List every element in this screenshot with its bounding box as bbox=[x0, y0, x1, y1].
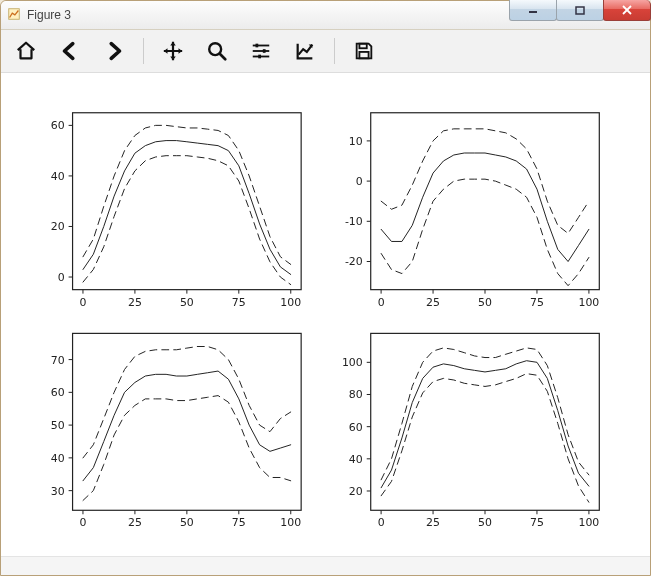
zoom-button[interactable] bbox=[198, 34, 236, 68]
svg-text:25: 25 bbox=[426, 296, 440, 309]
svg-rect-13 bbox=[359, 44, 366, 49]
chart-icon bbox=[294, 40, 316, 62]
svg-text:50: 50 bbox=[180, 296, 194, 309]
svg-rect-14 bbox=[359, 52, 368, 58]
svg-text:0: 0 bbox=[79, 296, 86, 309]
svg-text:30: 30 bbox=[51, 485, 65, 498]
svg-text:60: 60 bbox=[51, 386, 65, 399]
svg-text:25: 25 bbox=[426, 516, 440, 529]
close-icon bbox=[622, 5, 632, 15]
back-button[interactable] bbox=[51, 34, 89, 68]
svg-text:50: 50 bbox=[51, 419, 65, 432]
svg-text:75: 75 bbox=[232, 516, 246, 529]
home-icon bbox=[15, 40, 37, 62]
svg-text:40: 40 bbox=[349, 453, 363, 466]
svg-text:50: 50 bbox=[478, 296, 492, 309]
matplotlib-toolbar bbox=[1, 30, 650, 73]
app-icon bbox=[7, 7, 21, 21]
titlebar[interactable]: Figure 3 bbox=[1, 1, 650, 30]
svg-text:10: 10 bbox=[349, 135, 363, 148]
svg-rect-8 bbox=[256, 44, 259, 48]
sliders-icon bbox=[250, 40, 272, 62]
close-button[interactable] bbox=[603, 0, 651, 21]
toolbar-separator bbox=[334, 38, 335, 64]
svg-text:70: 70 bbox=[51, 354, 65, 367]
zoom-icon bbox=[206, 40, 228, 62]
maximize-button[interactable] bbox=[556, 0, 604, 21]
svg-text:60: 60 bbox=[349, 421, 363, 434]
svg-text:50: 50 bbox=[478, 516, 492, 529]
svg-text:100: 100 bbox=[578, 296, 599, 309]
save-button[interactable] bbox=[345, 34, 383, 68]
svg-text:75: 75 bbox=[232, 296, 246, 309]
svg-text:80: 80 bbox=[349, 388, 363, 401]
svg-text:40: 40 bbox=[51, 170, 65, 183]
svg-text:20: 20 bbox=[51, 220, 65, 233]
save-icon bbox=[353, 40, 375, 62]
svg-text:25: 25 bbox=[128, 516, 142, 529]
pan-button[interactable] bbox=[154, 34, 192, 68]
figure-window: Figure 3 bbox=[0, 0, 651, 576]
svg-text:0: 0 bbox=[378, 516, 385, 529]
svg-text:75: 75 bbox=[530, 516, 544, 529]
back-icon bbox=[59, 40, 81, 62]
svg-text:50: 50 bbox=[180, 516, 194, 529]
configure-subplots-button[interactable] bbox=[242, 34, 280, 68]
svg-text:60: 60 bbox=[51, 119, 65, 132]
svg-rect-2 bbox=[576, 7, 584, 14]
minimize-button[interactable] bbox=[509, 0, 557, 21]
plot-svg: 025507510002040600255075100-20-100100255… bbox=[1, 73, 650, 556]
figure-canvas[interactable]: 025507510002040600255075100-20-100100255… bbox=[1, 73, 650, 556]
forward-icon bbox=[103, 40, 125, 62]
svg-text:25: 25 bbox=[128, 296, 142, 309]
window-buttons bbox=[509, 1, 650, 29]
svg-text:100: 100 bbox=[280, 516, 301, 529]
svg-rect-53 bbox=[73, 333, 302, 510]
forward-button[interactable] bbox=[95, 34, 133, 68]
svg-rect-34 bbox=[371, 113, 600, 290]
svg-text:0: 0 bbox=[378, 296, 385, 309]
svg-text:0: 0 bbox=[356, 175, 363, 188]
maximize-icon bbox=[575, 5, 585, 15]
svg-text:100: 100 bbox=[578, 516, 599, 529]
minimize-icon bbox=[528, 5, 538, 15]
svg-text:20: 20 bbox=[349, 485, 363, 498]
svg-text:0: 0 bbox=[79, 516, 86, 529]
svg-text:-20: -20 bbox=[345, 255, 363, 268]
svg-rect-15 bbox=[73, 113, 302, 290]
toolbar-separator bbox=[143, 38, 144, 64]
svg-rect-12 bbox=[258, 55, 261, 59]
statusbar bbox=[1, 556, 650, 575]
edit-axes-button[interactable] bbox=[286, 34, 324, 68]
svg-text:100: 100 bbox=[342, 356, 363, 369]
pan-icon bbox=[162, 40, 184, 62]
svg-rect-10 bbox=[263, 49, 266, 53]
home-button[interactable] bbox=[7, 34, 45, 68]
svg-line-6 bbox=[220, 54, 226, 60]
svg-text:75: 75 bbox=[530, 296, 544, 309]
svg-text:0: 0 bbox=[58, 271, 65, 284]
svg-text:40: 40 bbox=[51, 452, 65, 465]
svg-text:-10: -10 bbox=[345, 215, 363, 228]
svg-text:100: 100 bbox=[280, 296, 301, 309]
